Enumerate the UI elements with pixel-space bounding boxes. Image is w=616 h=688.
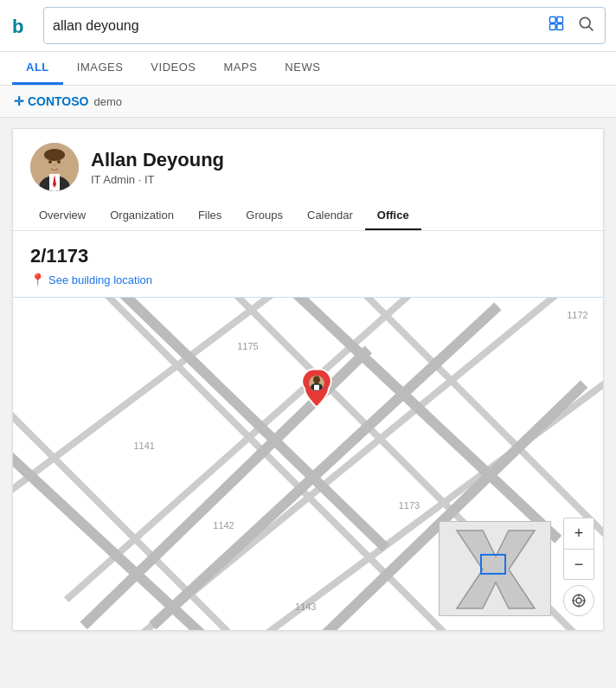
profile-header: Allan Deyoung IT Admin · IT bbox=[13, 129, 603, 202]
tab-organization[interactable]: Organization bbox=[98, 202, 186, 230]
contoso-cross-icon: ✛ bbox=[14, 94, 24, 108]
svg-text:1173: 1173 bbox=[399, 500, 420, 511]
svg-point-46 bbox=[576, 598, 581, 603]
svg-rect-4 bbox=[557, 24, 563, 30]
search-bar-area: b bbox=[0, 0, 616, 52]
svg-rect-42 bbox=[314, 385, 319, 390]
contoso-bar: ✛ CONTOSO demo bbox=[0, 86, 616, 118]
profile-role: IT Admin · IT bbox=[91, 173, 224, 186]
profile-name: Allan Deyoung bbox=[91, 149, 224, 171]
avatar bbox=[30, 143, 79, 191]
see-building-link[interactable]: See building location bbox=[48, 273, 152, 286]
svg-text:1141: 1141 bbox=[134, 440, 155, 451]
main-card: Allan Deyoung IT Admin · IT Overview Org… bbox=[12, 128, 604, 631]
location-icon: 📍 bbox=[30, 273, 45, 286]
tab-videos[interactable]: VIDEOS bbox=[137, 52, 209, 85]
nav-tabs: ALL IMAGES VIDEOS MAPS NEWS bbox=[0, 52, 616, 86]
svg-text:b: b bbox=[12, 16, 23, 37]
tab-calendar[interactable]: Calendar bbox=[295, 202, 365, 230]
tab-groups[interactable]: Groups bbox=[234, 202, 295, 230]
zoom-in-button[interactable]: + bbox=[563, 518, 594, 549]
svg-rect-3 bbox=[550, 24, 556, 30]
map-controls: + − bbox=[563, 518, 594, 616]
tab-maps[interactable]: MAPS bbox=[209, 52, 271, 85]
my-location-button[interactable] bbox=[563, 585, 594, 616]
search-input[interactable] bbox=[53, 18, 546, 34]
see-building: 📍 See building location bbox=[30, 273, 586, 286]
tab-office[interactable]: Office bbox=[365, 202, 421, 230]
contoso-brand-name: CONTOSO bbox=[28, 94, 89, 108]
bing-logo: b bbox=[10, 14, 35, 38]
svg-point-40 bbox=[313, 376, 320, 383]
svg-point-14 bbox=[63, 160, 67, 165]
svg-point-15 bbox=[48, 160, 52, 164]
office-content: 2/1173 📍 See building location bbox=[13, 231, 603, 286]
tab-news[interactable]: NEWS bbox=[271, 52, 334, 85]
map-container: 1172 1175 1141 1142 1143 1173 bbox=[13, 297, 603, 630]
svg-rect-2 bbox=[557, 17, 563, 23]
svg-text:1142: 1142 bbox=[213, 520, 234, 530]
profile-info: Allan Deyoung IT Admin · IT bbox=[91, 149, 224, 186]
contoso-demo-label: demo bbox=[93, 95, 122, 108]
tab-files[interactable]: Files bbox=[186, 202, 234, 230]
office-number: 2/1173 bbox=[30, 245, 586, 267]
svg-line-6 bbox=[589, 27, 594, 31]
svg-point-16 bbox=[57, 160, 61, 164]
svg-text:1175: 1175 bbox=[237, 341, 258, 351]
tab-overview[interactable]: Overview bbox=[27, 202, 98, 230]
svg-text:1172: 1172 bbox=[567, 310, 587, 320]
svg-text:1143: 1143 bbox=[295, 601, 316, 612]
search-input-wrapper bbox=[43, 7, 606, 44]
contoso-logo: ✛ CONTOSO bbox=[14, 94, 88, 108]
mini-map bbox=[439, 521, 551, 616]
search-submit-icon[interactable] bbox=[575, 13, 596, 38]
svg-point-9 bbox=[44, 149, 65, 161]
tab-all[interactable]: ALL bbox=[12, 52, 63, 85]
visual-search-icon[interactable] bbox=[546, 13, 567, 38]
svg-point-5 bbox=[580, 17, 590, 28]
zoom-out-button[interactable]: − bbox=[563, 549, 594, 580]
search-icons bbox=[546, 13, 596, 38]
svg-point-13 bbox=[42, 160, 47, 165]
svg-rect-1 bbox=[550, 17, 556, 23]
profile-tabs: Overview Organization Files Groups Calen… bbox=[13, 202, 603, 231]
tab-images[interactable]: IMAGES bbox=[63, 52, 138, 85]
